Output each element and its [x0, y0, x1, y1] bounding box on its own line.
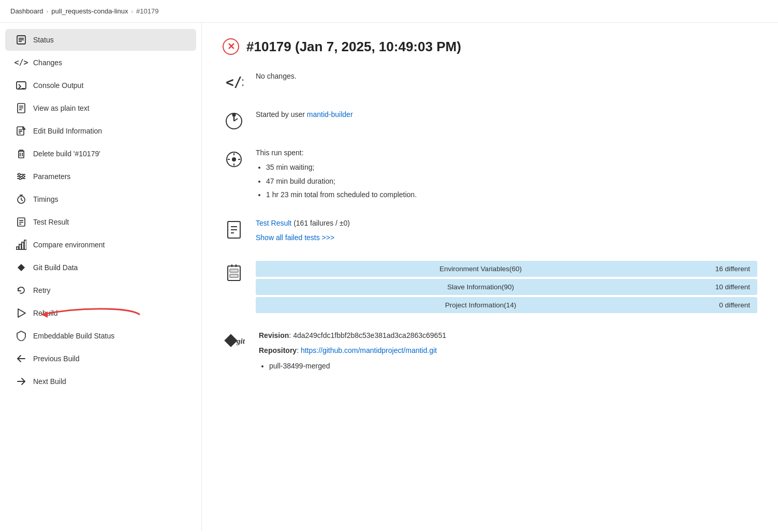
edit-build-icon	[16, 125, 27, 137]
breadcrumb-pipeline[interactable]: pull_requests-conda-linux	[51, 7, 128, 15]
sidebar-item-embeddable[interactable]: Embeddable Build Status	[5, 325, 196, 347]
run-spent-icon	[223, 148, 245, 171]
sidebar-label-plain-text: View as plain text	[33, 104, 90, 112]
started-by-icon	[223, 110, 245, 132]
build-header: ✕ #10179 (Jan 7, 2025, 10:49:03 PM)	[223, 38, 757, 55]
status-icon	[16, 34, 27, 46]
sidebar-item-rebuild[interactable]: Rebuild	[5, 302, 196, 324]
test-result-link[interactable]: Test Result	[256, 219, 291, 227]
branch-item: pull-38499-merged	[269, 360, 757, 372]
show-failed-tests-link[interactable]: Show all failed tests >>>	[256, 233, 334, 242]
sidebar-item-parameters[interactable]: Parameters	[5, 166, 196, 187]
breadcrumb-build: #10179	[136, 7, 158, 15]
svg-rect-59	[224, 334, 237, 347]
next-build-icon	[16, 376, 27, 387]
sidebar-label-test-result: Test Result	[33, 218, 69, 226]
sidebar-label-edit-build: Edit Build Information	[33, 127, 102, 135]
compare-env-content: Environment Variables(60) 16 different S…	[256, 261, 757, 315]
branch-list: pull-38499-merged	[259, 360, 757, 372]
sidebar-label-embeddable: Embeddable Build Status	[33, 332, 114, 340]
breadcrumb-dashboard[interactable]: Dashboard	[10, 7, 43, 15]
sidebar-item-edit-build[interactable]: Edit Build Information	[5, 120, 196, 142]
changes-content: No changes.	[256, 70, 757, 85]
sidebar-item-timings[interactable]: Timings	[5, 188, 196, 210]
main-content: ✕ #10179 (Jan 7, 2025, 10:49:03 PM) </> …	[202, 23, 778, 531]
changes-icon: </>	[16, 57, 27, 68]
svg-rect-36	[18, 264, 25, 271]
started-by-content: Started by user mantid-builder	[256, 109, 757, 123]
env-row-0-label: Environment Variables(60)	[263, 265, 698, 273]
build-title: #10179 (Jan 7, 2025, 10:49:03 PM)	[246, 39, 461, 55]
git-section: git Revision: 4da249cfdc1fbbf2b8c53e381a…	[223, 330, 757, 374]
svg-text:</>: </>	[226, 75, 243, 90]
timings-icon	[16, 194, 27, 205]
env-row-1-diff: 10 different	[698, 283, 750, 291]
run-detail-1: 47 min build duration;	[266, 175, 757, 187]
repository-text: Repository: https://github.com/mantidpro…	[259, 345, 757, 356]
run-spent-list: 35 min waiting; 47 min build duration; 1…	[256, 161, 757, 200]
embeddable-icon	[16, 330, 27, 342]
svg-rect-35	[24, 240, 26, 249]
changes-section-icon: </>	[223, 71, 245, 94]
run-spent-label: This run spent:	[256, 147, 757, 158]
svg-rect-54	[228, 266, 240, 280]
svg-rect-14	[19, 151, 24, 158]
revision-text: Revision: 4da249cfdc1fbbf2b8c53e381ad3ca…	[259, 330, 757, 341]
svg-rect-32	[17, 247, 19, 249]
svg-point-45	[232, 158, 236, 161]
git-content: Revision: 4da249cfdc1fbbf2b8c53e381ad3ca…	[259, 330, 757, 374]
svg-rect-55	[230, 269, 238, 272]
sidebar-label-retry: Retry	[33, 286, 50, 294]
mantid-builder-link[interactable]: mantid-builder	[307, 110, 353, 119]
sidebar-label-git-build: Git Build Data	[33, 263, 78, 272]
delete-build-icon	[16, 148, 27, 159]
test-result-icon	[16, 216, 27, 228]
sidebar-item-status[interactable]: Status	[5, 29, 196, 51]
sidebar-label-prev-build: Previous Build	[33, 354, 80, 363]
revision-label: Revision	[259, 331, 289, 339]
sidebar-item-compare-env[interactable]: Compare environment	[5, 234, 196, 256]
env-row-2-label: Project Information(14)	[263, 301, 698, 309]
sidebar-item-git-build[interactable]: Git Build Data	[5, 257, 196, 278]
git-build-icon	[16, 262, 27, 273]
breadcrumb-chevron-2: ›	[131, 8, 133, 14]
env-row-2: Project Information(14) 0 different	[256, 297, 757, 313]
sidebar-item-retry[interactable]: Retry	[5, 279, 196, 301]
svg-rect-33	[19, 244, 21, 249]
sidebar: Status </> Changes Console Output	[0, 23, 202, 531]
run-spent-content: This run spent: 35 min waiting; 47 min b…	[256, 147, 757, 203]
sidebar-label-rebuild: Rebuild	[33, 309, 57, 317]
compare-env-icon	[16, 239, 27, 250]
parameters-icon	[16, 171, 27, 182]
retry-icon	[16, 285, 27, 296]
sidebar-item-prev-build[interactable]: Previous Build	[5, 348, 196, 370]
sidebar-item-next-build[interactable]: Next Build	[5, 371, 196, 392]
test-result-detail: (161 failures / ±0)	[293, 219, 350, 227]
repository-label: Repository	[259, 346, 297, 354]
sidebar-item-plain-text[interactable]: View as plain text	[5, 97, 196, 119]
run-spent-section: This run spent: 35 min waiting; 47 min b…	[223, 147, 757, 203]
rebuild-icon	[16, 307, 27, 319]
sidebar-label-parameters: Parameters	[33, 172, 70, 181]
sidebar-item-console-output[interactable]: Console Output	[5, 75, 196, 96]
svg-point-21	[22, 175, 24, 178]
no-changes-text: No changes.	[256, 70, 757, 82]
env-row-1-label: Slave Information(90)	[263, 283, 698, 291]
plain-text-icon	[16, 102, 27, 114]
svg-marker-37	[18, 309, 25, 317]
repository-url-link[interactable]: https://github.com/mantidproject/mantid.…	[301, 346, 437, 354]
console-icon	[16, 80, 27, 91]
started-by-text: Started by user mantid-builder	[256, 109, 757, 120]
sidebar-item-changes[interactable]: </> Changes	[5, 52, 196, 73]
test-result-section: Test Result (161 failures / ±0) Show all…	[223, 217, 757, 247]
build-status-error-icon: ✕	[223, 38, 239, 55]
breadcrumb-chevron-1: ›	[47, 8, 49, 14]
svg-point-43	[233, 114, 236, 116]
sidebar-label-changes: Changes	[33, 58, 62, 67]
svg-point-22	[19, 178, 21, 180]
started-by-section: Started by user mantid-builder	[223, 109, 757, 132]
breadcrumb: Dashboard › pull_requests-conda-linux › …	[0, 0, 778, 23]
sidebar-item-delete-build[interactable]: Delete build '#10179'	[5, 143, 196, 165]
sidebar-item-test-result[interactable]: Test Result	[5, 211, 196, 233]
sidebar-label-timings: Timings	[33, 195, 58, 203]
